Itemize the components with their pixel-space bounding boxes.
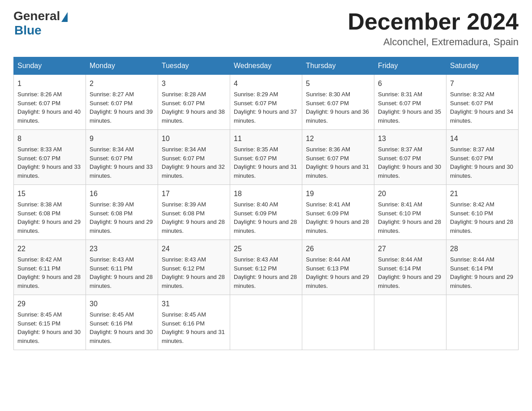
calendar-cell: 8Sunrise: 8:33 AMSunset: 6:07 PMDaylight… bbox=[14, 130, 86, 185]
calendar-cell: 28Sunrise: 8:44 AMSunset: 6:14 PMDayligh… bbox=[446, 240, 519, 295]
day-number: 28 bbox=[450, 244, 515, 254]
calendar-cell bbox=[302, 295, 374, 350]
day-number: 15 bbox=[17, 188, 82, 199]
calendar-cell: 25Sunrise: 8:43 AMSunset: 6:12 PMDayligh… bbox=[230, 240, 302, 295]
logo-blue-text: Blue bbox=[14, 23, 42, 38]
col-tuesday: Tuesday bbox=[158, 57, 230, 75]
header-row: Sunday Monday Tuesday Wednesday Thursday… bbox=[14, 57, 519, 75]
day-number: 25 bbox=[234, 244, 298, 254]
calendar-table: Sunday Monday Tuesday Wednesday Thursday… bbox=[13, 57, 519, 350]
calendar-cell: 19Sunrise: 8:41 AMSunset: 6:09 PMDayligh… bbox=[302, 185, 374, 240]
calendar-cell: 7Sunrise: 8:32 AMSunset: 6:07 PMDaylight… bbox=[446, 75, 519, 130]
calendar-cell: 6Sunrise: 8:31 AMSunset: 6:07 PMDaylight… bbox=[374, 75, 446, 130]
day-number: 14 bbox=[450, 133, 515, 144]
day-number: 12 bbox=[306, 133, 370, 144]
calendar-cell: 9Sunrise: 8:34 AMSunset: 6:07 PMDaylight… bbox=[86, 130, 158, 185]
day-number: 5 bbox=[306, 78, 370, 89]
day-number: 11 bbox=[234, 133, 298, 144]
calendar-cell: 27Sunrise: 8:44 AMSunset: 6:14 PMDayligh… bbox=[374, 240, 446, 295]
calendar-week-row: 29Sunrise: 8:45 AMSunset: 6:15 PMDayligh… bbox=[14, 295, 519, 350]
calendar-cell: 24Sunrise: 8:43 AMSunset: 6:12 PMDayligh… bbox=[158, 240, 230, 295]
day-number: 13 bbox=[378, 133, 442, 144]
day-number: 26 bbox=[306, 244, 370, 254]
day-number: 19 bbox=[306, 188, 370, 199]
calendar-cell: 13Sunrise: 8:37 AMSunset: 6:07 PMDayligh… bbox=[374, 130, 446, 185]
calendar-cell: 23Sunrise: 8:43 AMSunset: 6:11 PMDayligh… bbox=[86, 240, 158, 295]
day-number: 31 bbox=[162, 299, 226, 309]
day-number: 2 bbox=[90, 78, 154, 89]
col-thursday: Thursday bbox=[302, 57, 374, 75]
col-saturday: Saturday bbox=[446, 57, 519, 75]
calendar-cell: 1Sunrise: 8:26 AMSunset: 6:07 PMDaylight… bbox=[14, 75, 86, 130]
calendar-cell: 31Sunrise: 8:45 AMSunset: 6:16 PMDayligh… bbox=[158, 295, 230, 350]
month-title: December 2024 bbox=[348, 9, 519, 34]
calendar-cell: 26Sunrise: 8:44 AMSunset: 6:13 PMDayligh… bbox=[302, 240, 374, 295]
calendar-cell: 16Sunrise: 8:39 AMSunset: 6:08 PMDayligh… bbox=[86, 185, 158, 240]
col-wednesday: Wednesday bbox=[230, 57, 302, 75]
calendar-cell: 29Sunrise: 8:45 AMSunset: 6:15 PMDayligh… bbox=[14, 295, 86, 350]
logo-triangle-icon bbox=[61, 12, 68, 22]
day-number: 30 bbox=[90, 299, 154, 309]
day-number: 9 bbox=[90, 133, 154, 144]
calendar-cell: 4Sunrise: 8:29 AMSunset: 6:07 PMDaylight… bbox=[230, 75, 302, 130]
calendar-cell: 22Sunrise: 8:42 AMSunset: 6:11 PMDayligh… bbox=[14, 240, 86, 295]
day-number: 18 bbox=[234, 188, 298, 199]
calendar-cell: 20Sunrise: 8:41 AMSunset: 6:10 PMDayligh… bbox=[374, 185, 446, 240]
location-text: Alconchel, Extremadura, Spain bbox=[348, 36, 519, 48]
day-number: 29 bbox=[17, 299, 82, 309]
calendar-week-row: 15Sunrise: 8:38 AMSunset: 6:08 PMDayligh… bbox=[14, 185, 519, 240]
col-sunday: Sunday bbox=[14, 57, 86, 75]
logo-general-text: General bbox=[13, 9, 60, 23]
day-number: 20 bbox=[378, 188, 442, 199]
logo: General Blue bbox=[13, 9, 68, 38]
calendar-cell: 12Sunrise: 8:36 AMSunset: 6:07 PMDayligh… bbox=[302, 130, 374, 185]
col-friday: Friday bbox=[374, 57, 446, 75]
day-number: 3 bbox=[162, 78, 226, 89]
calendar-week-row: 22Sunrise: 8:42 AMSunset: 6:11 PMDayligh… bbox=[14, 240, 519, 295]
day-number: 4 bbox=[234, 78, 298, 89]
calendar-cell: 5Sunrise: 8:30 AMSunset: 6:07 PMDaylight… bbox=[302, 75, 374, 130]
day-number: 24 bbox=[162, 244, 226, 254]
title-block: December 2024 Alconchel, Extremadura, Sp… bbox=[348, 9, 519, 48]
page-header: General Blue December 2024 Alconchel, Ex… bbox=[13, 9, 519, 48]
calendar-cell: 21Sunrise: 8:42 AMSunset: 6:10 PMDayligh… bbox=[446, 185, 519, 240]
calendar-cell: 10Sunrise: 8:34 AMSunset: 6:07 PMDayligh… bbox=[158, 130, 230, 185]
calendar-cell: 11Sunrise: 8:35 AMSunset: 6:07 PMDayligh… bbox=[230, 130, 302, 185]
day-number: 7 bbox=[450, 78, 515, 89]
day-number: 23 bbox=[90, 244, 154, 254]
day-number: 1 bbox=[17, 78, 82, 89]
day-number: 27 bbox=[378, 244, 442, 254]
calendar-cell: 3Sunrise: 8:28 AMSunset: 6:07 PMDaylight… bbox=[158, 75, 230, 130]
calendar-cell: 2Sunrise: 8:27 AMSunset: 6:07 PMDaylight… bbox=[86, 75, 158, 130]
day-number: 10 bbox=[162, 133, 226, 144]
calendar-cell bbox=[230, 295, 302, 350]
day-number: 17 bbox=[162, 188, 226, 199]
calendar-cell: 17Sunrise: 8:39 AMSunset: 6:08 PMDayligh… bbox=[158, 185, 230, 240]
calendar-cell bbox=[446, 295, 519, 350]
calendar-cell: 18Sunrise: 8:40 AMSunset: 6:09 PMDayligh… bbox=[230, 185, 302, 240]
calendar-week-row: 8Sunrise: 8:33 AMSunset: 6:07 PMDaylight… bbox=[14, 130, 519, 185]
calendar-week-row: 1Sunrise: 8:26 AMSunset: 6:07 PMDaylight… bbox=[14, 75, 519, 130]
day-number: 21 bbox=[450, 188, 515, 199]
calendar-cell: 14Sunrise: 8:37 AMSunset: 6:07 PMDayligh… bbox=[446, 130, 519, 185]
calendar-cell bbox=[374, 295, 446, 350]
calendar-cell: 15Sunrise: 8:38 AMSunset: 6:08 PMDayligh… bbox=[14, 185, 86, 240]
day-number: 16 bbox=[90, 188, 154, 199]
calendar-cell: 30Sunrise: 8:45 AMSunset: 6:16 PMDayligh… bbox=[86, 295, 158, 350]
col-monday: Monday bbox=[86, 57, 158, 75]
day-number: 8 bbox=[17, 133, 82, 144]
day-number: 6 bbox=[378, 78, 442, 89]
day-number: 22 bbox=[17, 244, 82, 254]
